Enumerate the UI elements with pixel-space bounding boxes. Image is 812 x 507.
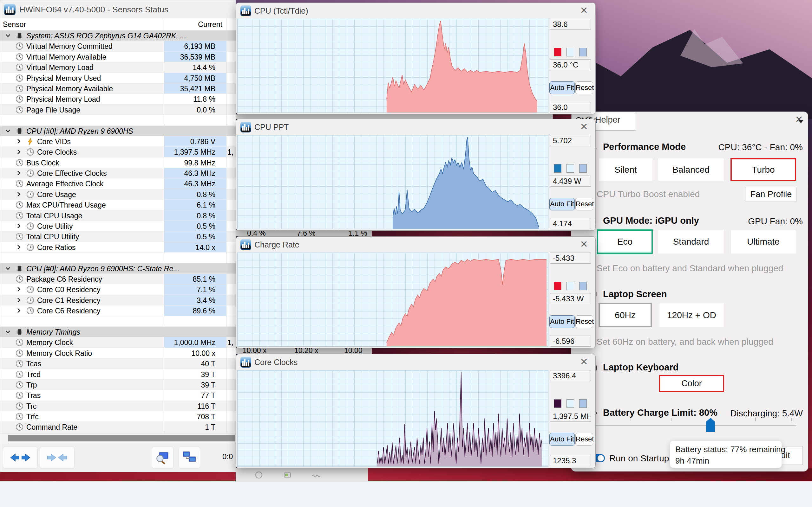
sensor-label: Virtual Memory Committed [26, 42, 113, 51]
gpu-mode-ultimate-button[interactable]: Ultimate [730, 229, 796, 254]
keyboard-color-button[interactable]: Color [659, 375, 724, 392]
gpu-mode-standard-button[interactable]: Standard [658, 229, 724, 254]
sensor-row[interactable]: Virtual Memory Committed6,193 MB [0, 41, 236, 51]
grid-color-swatch[interactable] [579, 282, 587, 290]
sensor-current-value: 99.8 MHz [164, 158, 226, 168]
sensor-row[interactable]: Max CPU/Thread Usage6.1 % [0, 200, 236, 210]
series-color-swatch[interactable] [554, 48, 561, 56]
screen-60hz-button[interactable]: 60Hz [599, 303, 652, 327]
hwinfo-titlebar[interactable]: HWiNFO64 v7.40-5000 - Sensors Status [0, 0, 236, 19]
bg-value: 1.1 % [349, 230, 367, 236]
chevron-down-icon[interactable] [5, 265, 11, 272]
series-color-swatch[interactable] [554, 164, 561, 173]
sensor-row[interactable]: Memory Clock1,000.0 MHz1, [0, 337, 236, 348]
chevron-right-icon[interactable] [15, 286, 22, 292]
chevron-down-icon[interactable] [5, 329, 11, 335]
sensor-row[interactable]: Trfc708 T [0, 411, 236, 422]
perf-mode-balanced-button[interactable]: Balanced [658, 158, 724, 181]
chevron-right-icon[interactable] [15, 244, 22, 250]
sensor-row[interactable]: Physical Memory Load11.8 % [0, 94, 236, 104]
chevron-right-icon[interactable] [15, 170, 22, 176]
perf-mode-turbo-button[interactable]: Turbo [730, 158, 796, 181]
sensor-row[interactable]: Core C6 Residency89.6 % [0, 305, 236, 316]
sensor-row[interactable]: Physical Memory Used4,750 MB [0, 73, 236, 83]
close-icon[interactable]: ✕ [578, 239, 590, 250]
battery-limit-slider-track[interactable] [587, 425, 797, 426]
reset-button[interactable]: Reset [575, 433, 593, 446]
sensor-row[interactable]: Total CPU Usage0.8 % [0, 210, 236, 221]
background-color-swatch[interactable] [566, 48, 574, 56]
collapse-columns-button[interactable] [40, 447, 74, 469]
sensor-row[interactable]: Package C6 Residency85.1 % [0, 274, 236, 284]
grid-color-swatch[interactable] [579, 48, 587, 56]
sensor-row[interactable]: Virtual Memory Load14.4 % [0, 62, 236, 72]
reset-button[interactable]: Reset [575, 198, 593, 210]
sensor-row[interactable]: Trcd39 T [0, 369, 236, 380]
auto-fit-button[interactable]: Auto Fit [549, 433, 575, 446]
close-icon[interactable]: ✕ [578, 5, 590, 16]
remote-monitors-button[interactable] [179, 447, 200, 469]
series-color-swatch[interactable] [554, 399, 561, 408]
monitor-zoom-button[interactable] [152, 447, 173, 469]
sensor-row[interactable]: Core C0 Residency7.1 % [0, 284, 236, 295]
close-icon[interactable]: ✕ [578, 356, 590, 367]
gpu-mode-eco-button[interactable]: Eco [597, 229, 653, 254]
graph-current-value: 36.0 °C [550, 59, 591, 70]
sensor-row[interactable]: Page File Usage0.0 % [0, 105, 236, 115]
background-color-swatch[interactable] [566, 399, 574, 408]
sensor-section-row[interactable]: Memory Timings [0, 327, 236, 337]
sensor-row[interactable]: Bus Clock99.8 MHz [0, 158, 236, 168]
graph-max-value: -5.433 [550, 252, 591, 264]
background-color-swatch[interactable] [566, 164, 574, 173]
series-color-swatch[interactable] [554, 282, 561, 290]
close-icon[interactable]: ✕ [578, 121, 590, 132]
auto-fit-button[interactable]: Auto Fit [549, 315, 575, 328]
sensor-row[interactable]: Trp39 T [0, 380, 236, 390]
horizontal-scrollbar-thumb[interactable] [8, 435, 235, 441]
sensor-row[interactable]: Total CPU Utility0.5 % [0, 231, 236, 242]
sensor-row[interactable]: Command Rate1 T [0, 422, 236, 432]
sensor-row[interactable]: Trc116 T [0, 401, 236, 411]
grid-color-swatch[interactable] [579, 164, 587, 173]
sensor-label: Core Ratios [37, 243, 75, 252]
chevron-right-icon[interactable] [15, 223, 22, 229]
grid-color-swatch[interactable] [579, 399, 587, 408]
sensor-section-row[interactable]: System: ASUS ROG Zephyrus G14 GA402RK_..… [0, 31, 236, 41]
sensor-row[interactable]: Core VIDs0.786 V [0, 136, 236, 147]
sensor-row[interactable]: Core Clocks1,397.5 MHz1, [0, 147, 236, 157]
chevron-right-icon[interactable] [15, 307, 22, 314]
fan-profile-button[interactable]: Fan Profile [746, 187, 797, 202]
sensor-section-row[interactable]: CPU [#0]: AMD Ryzen 9 6900HS: C-State Re… [0, 263, 236, 274]
sensor-row[interactable]: Tras77 T [0, 390, 236, 400]
sensor-row[interactable]: Virtual Memory Available36,539 MB [0, 52, 236, 62]
sensor-row[interactable]: Core Effective Clocks46.3 MHz [0, 168, 236, 178]
chevron-right-icon[interactable] [15, 297, 22, 303]
perf-mode-silent-button[interactable]: Silent [599, 158, 653, 181]
sensor-row[interactable]: Average Effective Clock46.3 MHz [0, 178, 236, 189]
sensor-row[interactable]: Core Utility0.5 % [0, 221, 236, 231]
sensor-section-row[interactable]: CPU [#0]: AMD Ryzen 9 6900HS [0, 126, 236, 136]
background-color-swatch[interactable] [566, 282, 574, 290]
reset-button[interactable]: Reset [575, 315, 593, 328]
clock-icon [26, 307, 34, 315]
sensor-row[interactable]: Tcas40 T [0, 358, 236, 369]
chevron-right-icon[interactable] [15, 149, 22, 155]
sensor-row[interactable]: Memory Clock Ratio10.00 x [0, 348, 236, 358]
screen-magnifier-icon [155, 450, 170, 465]
chevron-down-icon[interactable] [5, 128, 11, 134]
sensor-row[interactable]: Physical Memory Available35,421 MB [0, 83, 236, 94]
graph-window-cpu-temp: CPU (Tctl/Tdie) ✕ 38.6 36.0 °C Auto Fit … [236, 3, 596, 114]
sensor-row[interactable]: Core C1 Residency3.4 % [0, 295, 236, 305]
auto-fit-button[interactable]: Auto Fit [549, 81, 575, 94]
chevron-right-icon[interactable] [15, 191, 22, 198]
sensor-row[interactable]: Core Usage0.8 % [0, 189, 236, 200]
battery-limit-slider-thumb[interactable] [706, 418, 715, 432]
clock-icon [26, 243, 34, 251]
expand-columns-button[interactable] [3, 447, 38, 469]
chevron-down-icon[interactable] [5, 32, 11, 39]
reset-button[interactable]: Reset [575, 81, 593, 94]
sensor-row[interactable]: Core Ratios14.0 x [0, 242, 236, 252]
screen-120hz-od-button[interactable]: 120Hz + OD [659, 303, 724, 327]
chevron-right-icon[interactable] [15, 138, 22, 145]
auto-fit-button[interactable]: Auto Fit [549, 198, 575, 210]
